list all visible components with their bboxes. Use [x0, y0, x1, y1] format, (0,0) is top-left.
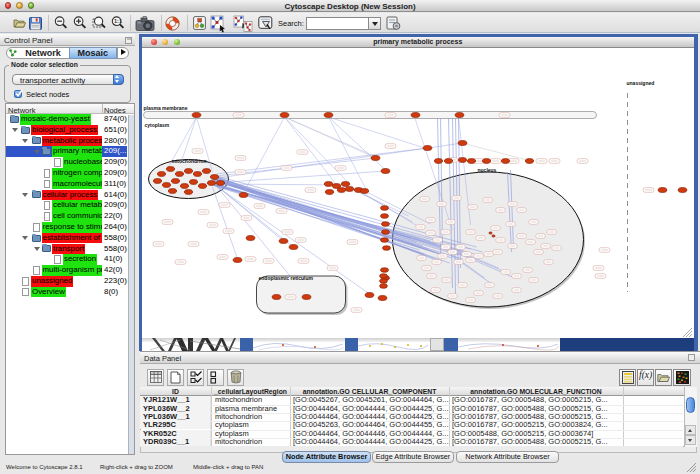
svg-text:endoplasmic reticulum: endoplasmic reticulum — [259, 275, 314, 281]
svg-text:nucleus: nucleus — [478, 167, 497, 173]
svg-text:cytoplasm: cytoplasm — [145, 122, 170, 128]
svg-text:1:1: 1:1 — [114, 18, 122, 24]
svg-text:plasma membrane: plasma membrane — [144, 105, 188, 111]
svg-text:mitochondrion: mitochondrion — [172, 158, 207, 164]
svg-text:unassigned: unassigned — [627, 80, 655, 86]
